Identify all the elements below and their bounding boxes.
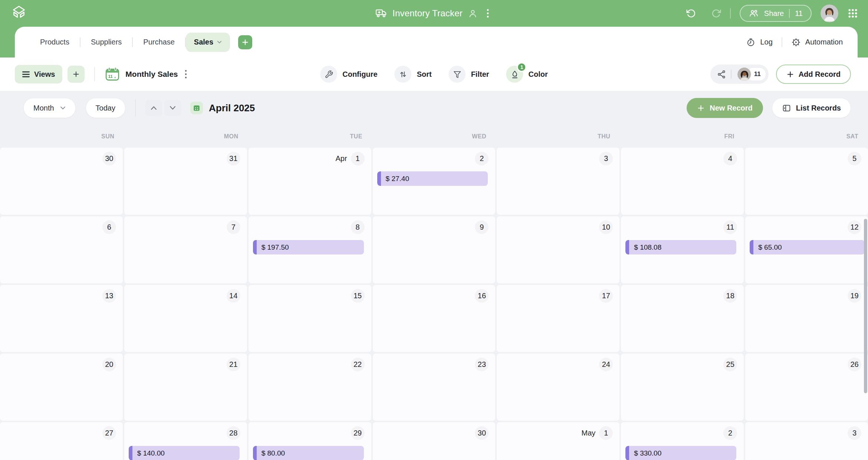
calendar-cell[interactable]: 17 xyxy=(497,285,619,352)
sales-event[interactable]: $ 108.08 xyxy=(625,240,736,254)
tab-sales[interactable]: Sales xyxy=(186,33,230,52)
automation-button[interactable]: Automation xyxy=(791,37,843,47)
cell-date: 18 xyxy=(621,285,744,303)
table-tabs: ProductsSuppliersPurchaseSales xyxy=(30,33,230,52)
day-number: 25 xyxy=(723,358,737,371)
cell-date: 14 xyxy=(124,285,247,303)
day-number: 5 xyxy=(848,152,861,165)
day-number: 18 xyxy=(723,289,737,303)
tab-products[interactable]: Products xyxy=(30,33,80,52)
apps-grid-icon[interactable] xyxy=(847,8,858,19)
tab-suppliers[interactable]: Suppliers xyxy=(80,33,132,52)
calendar-cell[interactable]: 22 xyxy=(249,354,371,421)
log-button[interactable]: Log xyxy=(746,37,772,47)
calendar-cell[interactable]: May1 xyxy=(497,422,619,460)
calendar-cell[interactable]: Apr1 xyxy=(249,148,371,215)
calendar-cell[interactable]: 26 xyxy=(745,354,868,421)
list-records-button[interactable]: List Records xyxy=(772,98,851,118)
calendar-cell[interactable]: 4 xyxy=(621,148,744,215)
filter-button[interactable]: Filter xyxy=(449,66,489,83)
cell-date: Apr1 xyxy=(249,148,371,165)
vertical-scrollbar[interactable] xyxy=(864,219,867,393)
day-number: 3 xyxy=(848,426,861,440)
calendar-cell[interactable]: 9 xyxy=(373,216,496,283)
calendar-cell[interactable]: 7 xyxy=(124,216,247,283)
sales-event[interactable]: $ 330.00 xyxy=(625,446,736,460)
cell-date: 24 xyxy=(497,354,619,371)
calendar-cell[interactable]: 3 xyxy=(497,148,619,215)
calendar-cell[interactable]: 19 xyxy=(745,285,868,352)
sort-arrows-icon xyxy=(395,66,412,83)
day-number: 21 xyxy=(227,358,240,371)
user-icon[interactable] xyxy=(468,9,478,19)
calendar-cell[interactable]: 10 xyxy=(497,216,619,283)
sales-event[interactable]: $ 197.50 xyxy=(253,240,364,254)
sort-button[interactable]: Sort xyxy=(395,66,432,83)
calendar-cell[interactable]: 30 xyxy=(373,422,496,460)
calendar-cell[interactable]: 21 xyxy=(124,354,247,421)
calendar-cell[interactable]: 5 xyxy=(745,148,868,215)
panel-list-icon xyxy=(782,104,791,113)
sales-event-amount: $ 197.50 xyxy=(262,240,364,254)
day-number: 13 xyxy=(102,289,116,303)
calendar-cell[interactable]: 23 xyxy=(373,354,496,421)
app-logo-icon[interactable] xyxy=(10,5,27,22)
calendar-cell[interactable]: 14 xyxy=(124,285,247,352)
calendar-cell[interactable]: 29$ 80.00 xyxy=(249,422,371,460)
month-calendar-icon xyxy=(190,102,203,114)
sales-event[interactable]: $ 80.00 xyxy=(253,446,364,460)
view-menu-kebab-icon[interactable] xyxy=(181,68,191,81)
cell-date: 13 xyxy=(0,285,123,303)
calendar-cell[interactable]: 15 xyxy=(249,285,371,352)
sort-label: Sort xyxy=(417,70,432,79)
cell-date: 17 xyxy=(497,285,619,303)
day-number: 1 xyxy=(351,152,365,165)
sales-event[interactable]: $ 65.00 xyxy=(750,240,865,254)
calendar-cell[interactable]: 20 xyxy=(0,354,123,421)
title-menu-kebab-icon[interactable] xyxy=(483,7,493,20)
sales-event[interactable]: $ 27.40 xyxy=(377,171,488,186)
calendar-cell[interactable]: 13 xyxy=(0,285,123,352)
share-button[interactable]: Share 11 xyxy=(740,5,812,22)
calendar-cell[interactable]: 31 xyxy=(124,148,247,215)
color-button[interactable]: 1 Color xyxy=(506,66,548,83)
wrench-icon xyxy=(320,66,337,83)
redo-icon[interactable] xyxy=(711,9,721,19)
calendar-grid: 3031Apr12$ 27.40345678$ 197.5091011$ 108… xyxy=(0,148,868,460)
calendar-cell[interactable]: 18 xyxy=(621,285,744,352)
add-table-button[interactable] xyxy=(238,35,252,49)
tab-purchase[interactable]: Purchase xyxy=(133,33,185,52)
calendar-cell[interactable]: 25 xyxy=(621,354,744,421)
calendar-cell[interactable]: 11$ 108.08 xyxy=(621,216,744,283)
user-avatar[interactable] xyxy=(821,4,838,22)
calendar-cell[interactable]: 2$ 330.00 xyxy=(621,422,744,460)
calendar-cell[interactable]: 6 xyxy=(0,216,123,283)
new-record-button[interactable]: New Record xyxy=(687,98,763,118)
collaborators-pill[interactable]: 11 xyxy=(710,65,769,84)
calendar-cell[interactable]: 28$ 140.00 xyxy=(124,422,247,460)
app-window: Inventory Tracker xyxy=(0,0,868,460)
prev-month-button[interactable] xyxy=(145,100,162,116)
day-number: 17 xyxy=(599,289,613,303)
calendar-cell[interactable]: 24 xyxy=(497,354,619,421)
calendar-cell[interactable]: 3 xyxy=(745,422,868,460)
calendar-cell[interactable]: 2$ 27.40 xyxy=(373,148,496,215)
calendar-cell[interactable]: 27 xyxy=(0,422,123,460)
configure-button[interactable]: Configure xyxy=(320,66,377,83)
calendar-cell[interactable]: 16 xyxy=(373,285,496,352)
funnel-icon xyxy=(449,66,466,83)
views-button[interactable]: Views xyxy=(15,65,62,83)
view-mode-select[interactable]: Month xyxy=(23,98,76,118)
view-name: Monthly Sales xyxy=(125,70,178,79)
add-view-button[interactable] xyxy=(68,66,85,83)
calendar-cell[interactable]: 12$ 65.00 xyxy=(745,216,868,283)
undo-icon[interactable] xyxy=(686,9,696,19)
cell-date: 30 xyxy=(0,148,123,165)
calendar-cell[interactable]: 30 xyxy=(0,148,123,215)
next-month-button[interactable] xyxy=(164,100,181,116)
calendar-cell[interactable]: 8$ 197.50 xyxy=(249,216,371,283)
today-button[interactable]: Today xyxy=(86,98,125,118)
add-record-button[interactable]: Add Record xyxy=(776,65,851,84)
sales-event[interactable]: $ 140.00 xyxy=(129,446,240,460)
cell-date: 19 xyxy=(745,285,868,303)
